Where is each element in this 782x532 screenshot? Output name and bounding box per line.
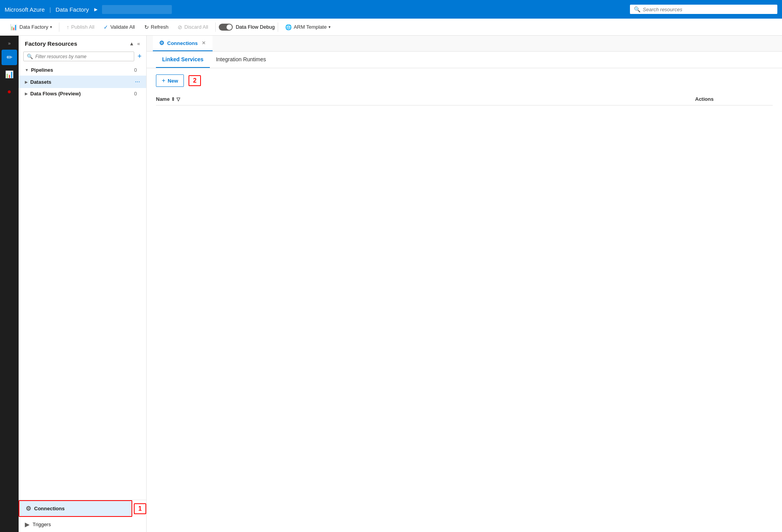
arm-icon: 🌐 xyxy=(285,24,292,30)
search-icon: 🔍 xyxy=(634,6,640,12)
refresh-button[interactable]: ↻ Refresh xyxy=(140,22,173,33)
resources-header-icons: ▲ « xyxy=(129,41,140,47)
tab-bar: ⚙ Connections ✕ xyxy=(147,36,782,52)
search-small-icon: 🔍 xyxy=(27,54,33,59)
integration-runtimes-tab-label: Integration Runtimes xyxy=(216,56,266,62)
content-tabs: Linked Services Integration Runtimes xyxy=(147,52,782,68)
content-area: ⚙ Connections ✕ Linked Services Integrat… xyxy=(147,36,782,532)
icon-sidebar: » ✏ 📊 ● xyxy=(0,36,19,532)
refresh-label: Refresh xyxy=(151,24,169,30)
data-flows-arrow-icon: ▶ xyxy=(25,92,28,96)
resources-header: Factory Resources ▲ « xyxy=(19,36,146,50)
collapse-up-icon[interactable]: ▲ xyxy=(129,41,134,47)
annotation-1: 1 xyxy=(134,503,146,514)
factory-resources-title: Factory Resources xyxy=(25,40,77,47)
connections-nav-label: Connections xyxy=(34,506,65,511)
search-input[interactable] xyxy=(643,7,773,12)
new-plus-icon: + xyxy=(162,77,165,84)
collapse-left-icon[interactable]: « xyxy=(137,41,140,47)
pipelines-count: 0 xyxy=(134,67,137,73)
monitor-icon: ● xyxy=(7,88,12,96)
actions-column-header: Actions xyxy=(695,96,773,102)
arm-template-label: ARM Template xyxy=(294,24,327,30)
data-factory-button[interactable]: 📊 Data Factory ▾ xyxy=(6,21,56,33)
toolbar-divider-2 xyxy=(215,22,216,32)
integration-runtimes-tab[interactable]: Integration Runtimes xyxy=(210,52,272,68)
pencil-icon: ✏ xyxy=(7,53,12,62)
discard-all-button[interactable]: ⊘ Discard All xyxy=(174,22,212,33)
connections-icon: ⚙ xyxy=(26,505,31,512)
connections-row: ⚙ Connections 1 xyxy=(19,500,146,517)
data-flow-debug-toggle[interactable] xyxy=(219,24,233,31)
data-factory-chevron-icon: ▾ xyxy=(50,25,52,29)
data-flows-label: Data Flows (Preview) xyxy=(30,91,134,97)
sort-icon[interactable]: ⇕ xyxy=(171,97,175,102)
arm-template-button[interactable]: 🌐 ARM Template ▾ xyxy=(281,22,334,33)
search-bar[interactable]: 🔍 xyxy=(630,5,777,14)
arm-chevron-icon: ▾ xyxy=(329,25,330,29)
discard-all-label: Discard All xyxy=(184,24,208,30)
pipelines-label: Pipelines xyxy=(31,67,134,73)
breadcrumb-input[interactable] xyxy=(102,5,172,14)
brand-label: Microsoft Azure | Data Factory ▶ xyxy=(5,6,97,13)
refresh-icon: ↻ xyxy=(144,24,149,30)
filter-resources-input[interactable] xyxy=(35,54,131,59)
pipeline-icon: 📊 xyxy=(5,70,14,79)
expand-icon: » xyxy=(8,41,11,46)
main-layout: » ✏ 📊 ● Factory Resources ▲ « 🔍 + xyxy=(0,36,782,532)
datasets-label: Datasets xyxy=(30,79,135,85)
connections-tab-icon: ⚙ xyxy=(159,40,164,47)
app-name-label: Data Factory xyxy=(55,6,89,13)
linked-services-tab[interactable]: Linked Services xyxy=(156,52,210,68)
connections-nav-item[interactable]: ⚙ Connections xyxy=(19,500,132,517)
microsoft-azure-label: Microsoft Azure xyxy=(5,6,45,13)
nav-arrow-icon: ▶ xyxy=(94,7,97,12)
nav-separator: | xyxy=(49,6,51,13)
sidebar-pipeline-button[interactable]: 📊 xyxy=(2,67,17,82)
data-factory-label: Data Factory xyxy=(19,24,48,30)
validate-all-button[interactable]: ✓ Validate All xyxy=(100,22,138,33)
connections-tab-close[interactable]: ✕ xyxy=(201,40,206,46)
triggers-nav-item[interactable]: ▶ Triggers xyxy=(19,517,146,532)
publish-all-button[interactable]: ↑ Publish All xyxy=(62,22,98,33)
publish-all-label: Publish All xyxy=(71,24,94,30)
name-header-label: Name xyxy=(156,96,170,102)
resources-search-row: 🔍 + xyxy=(19,50,146,64)
new-linked-service-button[interactable]: + New xyxy=(156,74,184,87)
resources-panel: Factory Resources ▲ « 🔍 + ▼ Pipelines 0 xyxy=(19,36,147,532)
triggers-icon: ▶ xyxy=(25,521,29,528)
validate-all-label: Validate All xyxy=(110,24,135,30)
toolbar: 📊 Data Factory ▾ ↑ Publish All ✓ Validat… xyxy=(0,19,782,36)
tree-item-datasets[interactable]: ▶ Datasets ··· xyxy=(19,76,146,88)
pipelines-arrow-icon: ▼ xyxy=(25,68,29,72)
data-flows-count: 0 xyxy=(134,91,137,97)
discard-icon: ⊘ xyxy=(178,24,182,30)
tree-section: ▼ Pipelines 0 ▶ Datasets ··· ▶ Data Flow… xyxy=(19,64,146,99)
publish-icon: ↑ xyxy=(66,24,69,30)
filter-icon[interactable]: ▽ xyxy=(176,97,180,102)
toolbar-divider-1 xyxy=(59,22,59,32)
content-body: + New 2 Name ⇕ ▽ Actions xyxy=(147,68,782,532)
annotation-2: 2 xyxy=(189,75,201,86)
data-flow-debug-group: Data Flow Debug xyxy=(219,24,275,31)
top-navbar: Microsoft Azure | Data Factory ▶ 🔍 xyxy=(0,0,782,19)
new-label: New xyxy=(168,78,178,84)
add-resource-button[interactable]: + xyxy=(137,52,142,60)
resources-bottom: ⚙ Connections 1 ▶ Triggers xyxy=(19,500,146,532)
tree-item-data-flows[interactable]: ▶ Data Flows (Preview) 0 xyxy=(19,88,146,99)
data-flow-debug-label: Data Flow Debug xyxy=(236,24,275,30)
datasets-arrow-icon: ▶ xyxy=(25,80,28,84)
connections-tab-label: Connections xyxy=(167,40,198,46)
connections-tab[interactable]: ⚙ Connections ✕ xyxy=(153,36,213,51)
name-column-header: Name ⇕ ▽ xyxy=(156,96,695,102)
tree-item-pipelines[interactable]: ▼ Pipelines 0 xyxy=(19,64,146,76)
sidebar-pencil-button[interactable]: ✏ xyxy=(2,50,17,65)
table-header: Name ⇕ ▽ Actions xyxy=(156,93,773,105)
new-btn-row: + New 2 xyxy=(156,74,773,87)
expand-sidebar-button[interactable]: » xyxy=(2,39,17,48)
validate-icon: ✓ xyxy=(104,24,108,30)
sidebar-monitor-button[interactable]: ● xyxy=(2,84,17,99)
datasets-dots-icon[interactable]: ··· xyxy=(135,78,140,85)
linked-services-table-body xyxy=(156,105,773,261)
resources-search-box[interactable]: 🔍 xyxy=(23,52,134,61)
